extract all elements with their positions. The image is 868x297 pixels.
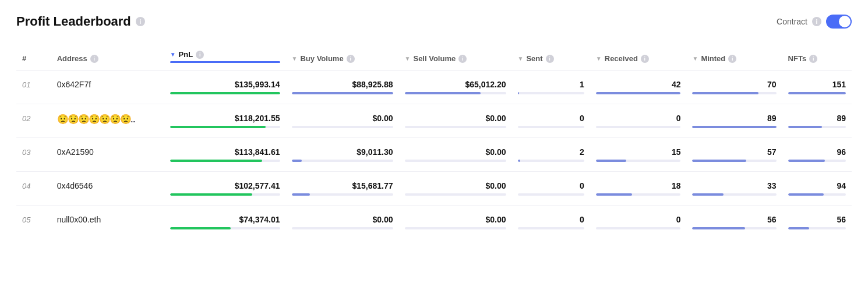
buy-info-icon[interactable]: i	[347, 55, 355, 63]
pnl-bar	[170, 193, 280, 196]
title-info-icon[interactable]: i	[136, 17, 145, 26]
sent-value: 0	[518, 114, 584, 123]
col-received-label: Received	[605, 54, 638, 63]
received-bar	[596, 193, 681, 196]
nfts-bar-fill	[788, 126, 823, 128]
contract-info-icon[interactable]: i	[812, 17, 821, 26]
nfts-info-icon[interactable]: i	[809, 55, 817, 63]
buy-bar	[292, 160, 393, 162]
sell-value: $0.00	[405, 181, 506, 190]
sent-bar-fill	[518, 92, 519, 94]
sent-value: 0	[518, 215, 584, 224]
pnl-value: $113,841.61	[170, 147, 280, 157]
nfts-bar-fill	[788, 193, 824, 196]
minted-value: 70	[692, 80, 776, 89]
nfts-bar-fill	[788, 227, 810, 229]
rank-value: 05	[22, 215, 30, 224]
minted-bar-fill	[692, 193, 723, 196]
nfts-bar	[788, 160, 846, 162]
cell-pnl-2: $113,841.61	[164, 138, 286, 172]
cell-rank-0: 01	[16, 70, 51, 104]
col-sent-label: Sent	[526, 54, 542, 63]
rank-value: 04	[22, 182, 30, 190]
cell-buy-4: $0.00	[286, 206, 399, 239]
rank-value: 01	[22, 80, 30, 89]
minted-bar	[692, 193, 776, 196]
received-bar	[596, 126, 681, 128]
pnl-sort-indicator	[170, 61, 280, 63]
table-row: 02 😟😟😟😟😟😟😟... $118,201.55 $0.00 $0.00 0	[16, 104, 852, 138]
minted-bar-fill	[692, 126, 776, 128]
sent-value: 2	[518, 147, 584, 157]
col-header-rank: #	[16, 45, 51, 70]
cell-pnl-3: $102,577.41	[164, 172, 286, 206]
table-row: 05 null0x00.eth $74,374.01 $0.00 $0.00 0	[16, 206, 852, 239]
received-value: 15	[596, 147, 681, 157]
leaderboard-table-wrapper: # Address i ▼ PnL	[16, 45, 852, 239]
table-row: 04 0x4d6546 $102,577.41 $15,681.77 $0.00…	[16, 172, 852, 206]
minted-bar-fill	[692, 92, 758, 94]
nfts-bar	[788, 126, 846, 128]
title-area: Profit Leaderboard i	[16, 14, 145, 29]
col-header-sent[interactable]: ▼ Sent i	[512, 45, 590, 70]
buy-bar-fill	[292, 193, 310, 196]
pnl-value: $102,577.41	[170, 181, 280, 190]
minted-bar-fill	[692, 160, 746, 162]
cell-minted-0: 70	[686, 70, 782, 104]
minted-bar	[692, 160, 776, 162]
sell-value: $65,012.20	[405, 80, 506, 89]
page-header: Profit Leaderboard i Contract i	[16, 14, 852, 29]
minted-value: 89	[692, 114, 776, 123]
col-header-sell-volume[interactable]: ▼ Sell Volume i	[399, 45, 512, 70]
rank-value: 02	[22, 114, 30, 123]
cell-minted-4: 56	[686, 206, 782, 239]
cell-buy-3: $15,681.77	[286, 172, 399, 206]
sent-info-icon[interactable]: i	[546, 55, 554, 63]
contract-toggle[interactable]	[826, 15, 852, 29]
cell-sent-0: 1	[512, 70, 590, 104]
cell-received-4: 0	[590, 206, 687, 239]
received-bar	[596, 92, 681, 94]
nfts-bar	[788, 227, 846, 229]
pnl-info-icon[interactable]: i	[196, 51, 204, 59]
cell-minted-3: 33	[686, 172, 782, 206]
cell-nfts-4: 56	[782, 206, 852, 239]
buy-bar-fill	[292, 92, 393, 94]
col-minted-label: Minted	[701, 54, 725, 63]
cell-address-2: 0xA21590	[51, 138, 164, 172]
cell-minted-2: 57	[686, 138, 782, 172]
sent-bar	[518, 193, 584, 196]
minted-info-icon[interactable]: i	[728, 55, 736, 63]
col-header-nfts: NFTs i	[782, 45, 852, 70]
received-value: 18	[596, 181, 681, 190]
sent-bar	[518, 227, 584, 229]
cell-buy-1: $0.00	[286, 104, 399, 138]
col-header-pnl[interactable]: ▼ PnL i	[164, 45, 286, 70]
col-header-buy-volume[interactable]: ▼ Buy Volume i	[286, 45, 399, 70]
address-info-icon[interactable]: i	[90, 55, 98, 63]
sell-bar-fill	[405, 92, 481, 94]
cell-pnl-1: $118,201.55	[164, 104, 286, 138]
buy-bar-fill	[292, 160, 302, 162]
col-header-received[interactable]: ▼ Received i	[590, 45, 687, 70]
sell-bar	[405, 160, 506, 162]
buy-value: $88,925.88	[292, 80, 393, 89]
cell-minted-1: 89	[686, 104, 782, 138]
pnl-value: $135,993.14	[170, 80, 280, 89]
table-header-row: # Address i ▼ PnL	[16, 45, 852, 70]
sell-value: $0.00	[405, 147, 506, 157]
address-value: 😟😟😟😟😟😟😟...	[57, 114, 135, 124]
received-info-icon[interactable]: i	[641, 55, 649, 63]
leaderboard-table: # Address i ▼ PnL	[16, 45, 852, 239]
sell-info-icon[interactable]: i	[458, 55, 467, 63]
cell-address-1: 😟😟😟😟😟😟😟...	[51, 104, 164, 138]
pnl-sort-arrow: ▼	[170, 51, 176, 58]
cell-buy-2: $9,011.30	[286, 138, 399, 172]
minted-bar	[692, 126, 776, 128]
minted-sort-arrow: ▼	[692, 55, 698, 62]
col-header-minted[interactable]: ▼ Minted i	[686, 45, 782, 70]
cell-sell-3: $0.00	[399, 172, 512, 206]
sent-bar	[518, 92, 584, 94]
minted-bar-fill	[692, 227, 745, 229]
cell-address-3: 0x4d6546	[51, 172, 164, 206]
